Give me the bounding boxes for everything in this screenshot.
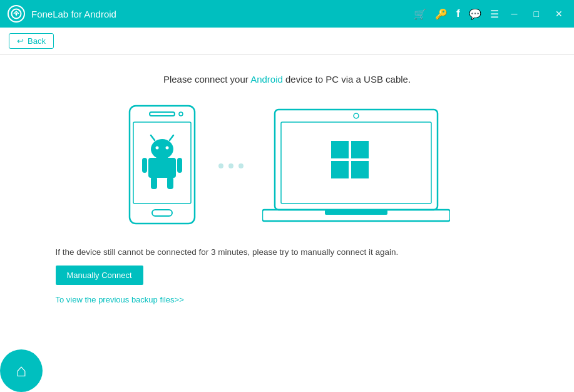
svg-rect-20	[351, 141, 369, 158]
svg-rect-10	[148, 158, 176, 178]
svg-point-9	[165, 147, 168, 150]
back-label: Back	[28, 36, 46, 46]
home-button[interactable]: ⌂	[0, 349, 43, 392]
facebook-icon[interactable]: f	[456, 8, 460, 20]
back-button[interactable]: ↩ Back	[9, 33, 54, 49]
chat-icon[interactable]: 💬	[469, 8, 481, 20]
dot-1	[218, 163, 223, 168]
laptop-illustration	[262, 103, 450, 229]
close-button[interactable]: ✕	[551, 8, 566, 20]
svg-rect-24	[325, 210, 387, 215]
svg-line-6	[151, 135, 155, 140]
svg-rect-14	[167, 177, 173, 189]
illustration	[125, 103, 450, 229]
svg-rect-2	[150, 112, 175, 116]
instruction-text: Please connect your Android device to PC…	[163, 74, 411, 85]
maximize-button[interactable]: □	[530, 8, 543, 20]
svg-rect-21	[331, 161, 349, 178]
svg-rect-13	[151, 177, 157, 189]
connection-dots	[218, 163, 243, 168]
svg-point-5	[151, 139, 173, 159]
app-logo	[8, 5, 25, 23]
svg-point-8	[155, 147, 158, 150]
manually-connect-button[interactable]: Manually Connect	[56, 266, 143, 285]
svg-line-7	[170, 135, 173, 140]
home-icon: ⌂	[16, 361, 27, 381]
toolbar: ↩ Back	[0, 28, 574, 55]
minimize-button[interactable]: ─	[508, 8, 521, 20]
menu-icon[interactable]: ☰	[490, 8, 499, 20]
cart-icon[interactable]: 🛒	[414, 8, 426, 20]
svg-rect-11	[142, 158, 147, 173]
phone-illustration	[125, 103, 200, 229]
dot-2	[228, 163, 233, 168]
app-title: FoneLab for Android	[31, 9, 116, 19]
svg-rect-15	[152, 210, 172, 216]
title-bar: FoneLab for Android 🛒 🔑 f 💬 ☰ ─ □ ✕	[0, 0, 574, 28]
svg-rect-12	[177, 158, 182, 173]
svg-rect-16	[275, 110, 438, 210]
svg-rect-19	[331, 141, 349, 158]
main-content: Please connect your Android device to PC…	[0, 55, 574, 305]
warning-text: If the device still cannot be connected …	[56, 247, 556, 257]
svg-point-17	[354, 113, 359, 118]
svg-rect-22	[351, 161, 369, 178]
title-bar-right: 🛒 🔑 f 💬 ☰ ─ □ ✕	[414, 8, 566, 20]
highlight-android: Android	[250, 74, 283, 85]
back-arrow-icon: ↩	[17, 36, 24, 46]
view-backup-link[interactable]: To view the previous backup files>>	[56, 295, 184, 304]
dot-3	[238, 163, 243, 168]
key-icon[interactable]: 🔑	[435, 8, 448, 20]
svg-point-3	[179, 112, 183, 116]
bottom-section: If the device still cannot be connected …	[18, 247, 556, 305]
title-bar-left: FoneLab for Android	[8, 5, 116, 23]
